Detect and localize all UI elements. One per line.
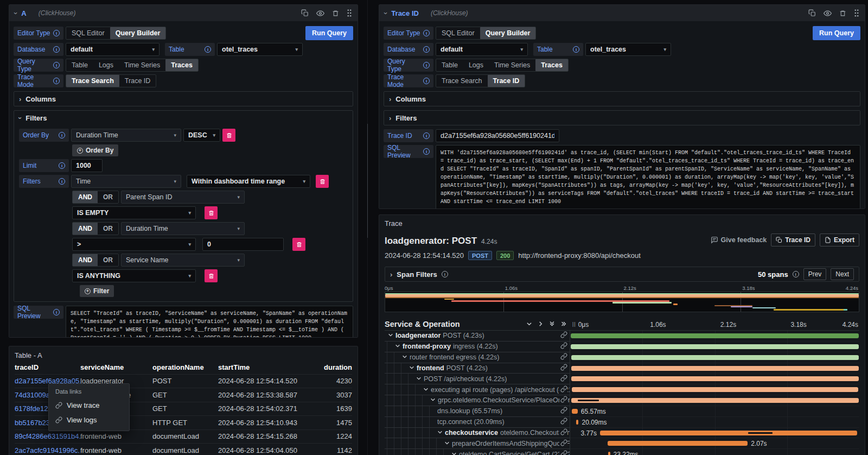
span-link-icon[interactable] <box>559 395 567 405</box>
filter-operator-select[interactable]: Within dashboard time range <box>187 175 310 188</box>
info-icon[interactable] <box>53 78 60 84</box>
span-row[interactable]: checkoutserviceoteldemo.CheckoutService/… <box>385 428 859 439</box>
trace-id-link[interactable]: 89cf4286e631591b4... <box>15 432 80 440</box>
query-type-traces[interactable]: Traces <box>165 59 198 71</box>
remove-condition-button[interactable] <box>292 238 305 251</box>
database-select[interactable]: default <box>436 43 528 56</box>
chevron-down-icon[interactable] <box>409 365 414 371</box>
span-duration-bar[interactable] <box>600 431 857 435</box>
span-link-icon[interactable] <box>559 406 567 416</box>
info-icon[interactable] <box>573 46 579 53</box>
info-icon[interactable] <box>53 62 60 68</box>
run-query-button[interactable]: Run Query <box>813 26 860 40</box>
view-logs-link[interactable]: View logs <box>49 413 129 427</box>
filter-field-select[interactable]: Time <box>71 175 181 188</box>
order-by-field-select[interactable]: Duration Time <box>71 129 181 142</box>
span-name-cell[interactable]: router frontend egress (4.22s) <box>385 352 570 363</box>
info-icon[interactable] <box>205 46 211 53</box>
order-by-direction-select[interactable]: DESC <box>183 129 220 142</box>
sql-editor-option[interactable]: SQL Editor <box>66 27 110 39</box>
remove-query-trash-icon[interactable] <box>332 10 339 17</box>
info-icon[interactable] <box>423 30 430 36</box>
span-duration-bar[interactable] <box>608 441 748 446</box>
condition-operator-select[interactable]: > <box>72 238 196 251</box>
info-icon[interactable] <box>59 162 65 169</box>
query-type-logs[interactable]: Logs <box>463 59 489 71</box>
remove-order-by-button[interactable] <box>222 129 235 142</box>
query-row-header-a[interactable]: A (ClickHouse) <box>9 5 358 21</box>
trace-id-option[interactable]: Trace ID <box>488 75 525 87</box>
span-timeline-cell[interactable]: 23.22ms <box>570 449 859 455</box>
run-query-button[interactable]: Run Query <box>305 26 353 40</box>
duplicate-query-icon[interactable] <box>808 9 816 17</box>
columns-section-header[interactable]: Columns <box>384 92 860 106</box>
span-duration-bar[interactable] <box>571 398 859 403</box>
database-select[interactable]: default <box>66 43 159 56</box>
chevron-down-icon[interactable] <box>402 354 407 361</box>
trace-id-input[interactable] <box>436 129 559 142</box>
span-link-icon[interactable] <box>559 363 567 373</box>
query-type-traces[interactable]: Traces <box>535 59 568 71</box>
collapse-all-icon[interactable] <box>549 319 555 329</box>
span-row[interactable]: prepareOrderItemsAndShippingQuoteFromCar… <box>385 438 859 449</box>
span-timeline-cell[interactable]: 20.09ms <box>570 417 859 428</box>
span-timeline-cell[interactable]: 3.77s <box>570 428 859 439</box>
info-icon[interactable] <box>423 132 430 139</box>
span-link-icon[interactable] <box>559 439 567 448</box>
span-timeline-cell[interactable] <box>570 384 859 395</box>
span-duration-bar[interactable] <box>571 344 859 349</box>
hide-response-eye-icon[interactable] <box>824 9 832 17</box>
span-timeline-cell[interactable] <box>570 363 859 374</box>
or-option[interactable]: OR <box>98 223 118 235</box>
span-name-cell[interactable]: loadgeneratorPOST (4.23s) <box>385 331 570 342</box>
duplicate-query-icon[interactable] <box>301 9 309 17</box>
trace-id-option[interactable]: Trace ID <box>119 75 156 87</box>
trace-id-link[interactable]: 2ac7acfc91941996c... <box>15 446 80 454</box>
query-builder-option[interactable]: Query Builder <box>480 27 536 39</box>
span-name-cell[interactable]: checkoutserviceoteldemo.CheckoutService/… <box>385 428 570 439</box>
trace-search-option[interactable]: Trace Search <box>436 75 488 87</box>
export-button[interactable]: Export <box>820 233 859 247</box>
span-link-icon[interactable] <box>559 331 567 340</box>
condition-field-select[interactable]: Service Name <box>121 254 245 267</box>
span-link-icon[interactable] <box>559 450 567 455</box>
column-header[interactable]: operationName <box>152 363 218 371</box>
remove-condition-button[interactable] <box>205 269 218 282</box>
span-duration-bar[interactable] <box>572 409 578 414</box>
add-filter-button[interactable]: Filter <box>80 285 114 297</box>
chevron-down-icon[interactable] <box>416 376 422 382</box>
condition-field-select[interactable]: Duration Time <box>121 222 245 235</box>
span-row[interactable]: router frontend egress (4.22s) <box>385 352 859 363</box>
span-name-cell[interactable]: frontend-proxyingress (4.22s) <box>385 342 570 352</box>
span-timeline-cell[interactable]: 65.57ms <box>570 406 859 417</box>
span-name-cell[interactable]: POST /api/checkout (4.22s) <box>385 374 570 384</box>
info-icon[interactable] <box>53 46 60 53</box>
span-row[interactable]: loadgeneratorPOST (4.23s) <box>385 331 859 342</box>
span-row[interactable]: tcp.connect (20.09ms)20.09ms <box>385 417 859 428</box>
sql-editor-option[interactable]: SQL Editor <box>436 27 480 39</box>
query-type-table[interactable]: Table <box>436 59 463 71</box>
and-option[interactable]: AND <box>73 223 98 235</box>
query-type-timeseries[interactable]: Time Series <box>119 59 165 71</box>
column-header[interactable]: traceID <box>15 363 80 371</box>
span-duration-bar[interactable] <box>572 387 859 392</box>
info-icon[interactable] <box>423 148 430 155</box>
table-select[interactable]: otel_traces <box>585 43 671 56</box>
span-name-cell[interactable]: dns.lookup (65.57ms) <box>385 406 570 417</box>
span-link-icon[interactable] <box>559 342 567 351</box>
span-name-cell[interactable]: frontendPOST (4.22s) <box>385 363 570 374</box>
hide-response-eye-icon[interactable] <box>316 9 324 17</box>
condition-operator-select[interactable]: IS EMPTY <box>72 206 196 219</box>
span-timeline-cell[interactable]: 2.07s <box>570 438 859 449</box>
span-row[interactable]: dns.lookup (65.57ms)65.57ms <box>385 406 859 417</box>
span-duration-bar[interactable] <box>571 366 859 371</box>
remove-condition-button[interactable] <box>205 206 218 219</box>
span-duration-bar[interactable] <box>571 376 859 381</box>
condition-value-input[interactable] <box>202 238 284 251</box>
column-header[interactable]: serviceName <box>80 363 152 371</box>
collapse-query-icon[interactable] <box>385 10 387 17</box>
span-timeline-cell[interactable] <box>570 342 859 352</box>
span-name-cell[interactable]: prepareOrderItemsAndShippingQuoteFromCar… <box>385 438 570 449</box>
chevron-down-icon[interactable] <box>395 343 400 350</box>
trace-search-option[interactable]: Trace Search <box>66 75 119 87</box>
